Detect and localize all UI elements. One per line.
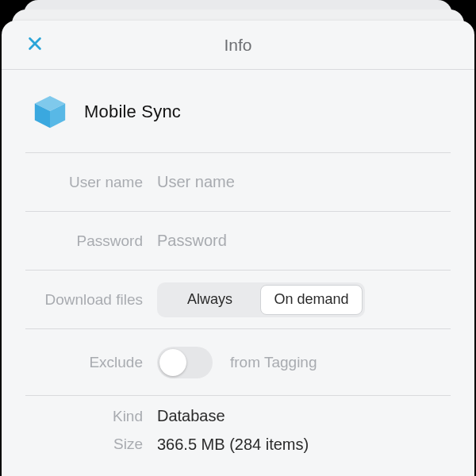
kind-label: Kind (25, 408, 143, 425)
download-files-segmented: Always On demand (157, 282, 365, 317)
size-row: Size 366.5 MB (284 items) (25, 428, 451, 460)
username-row: User name (25, 152, 451, 211)
username-label: User name (25, 174, 143, 191)
size-label: Size (25, 436, 143, 453)
password-row: Password (25, 211, 451, 270)
info-panel: Info Mobile Sync User name Password (2, 21, 474, 476)
database-cube-icon (32, 94, 68, 130)
download-option-always[interactable]: Always (159, 285, 260, 315)
kind-value: Database (157, 407, 225, 425)
toggle-knob (159, 349, 186, 376)
exclude-row: Exclude from Tagging (25, 328, 451, 395)
kind-row: Kind Database (25, 395, 451, 428)
download-files-row: Download files Always On demand (25, 270, 451, 328)
panel-title: Info (224, 36, 251, 55)
item-header: Mobile Sync (25, 70, 451, 152)
close-button[interactable] (19, 29, 51, 61)
username-input[interactable] (157, 168, 451, 196)
exclude-suffix: from Tagging (230, 354, 317, 371)
password-label: Password (25, 232, 143, 250)
panel-header: Info (2, 21, 474, 70)
download-files-label: Download files (25, 291, 143, 309)
item-name: Mobile Sync (84, 102, 181, 122)
close-icon (26, 35, 44, 56)
exclude-toggle[interactable] (157, 347, 213, 378)
password-input[interactable] (157, 227, 451, 255)
size-value: 366.5 MB (284 items) (157, 436, 309, 454)
exclude-label: Exclude (25, 354, 143, 371)
download-option-on-demand[interactable]: On demand (260, 285, 363, 315)
